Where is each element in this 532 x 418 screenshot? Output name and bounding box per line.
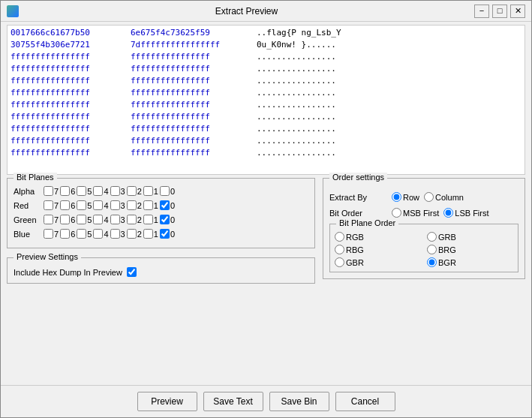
alpha-cb-5[interactable]	[77, 186, 86, 196]
extract-by-group: Row Column	[392, 192, 464, 202]
hex-col2: ffffffffffffffff	[131, 99, 251, 111]
extract-by-col-radio[interactable]	[424, 192, 434, 202]
blue-cb-7[interactable]	[44, 229, 53, 239]
alpha-cb-0[interactable]	[160, 186, 170, 196]
minimize-button[interactable]: −	[474, 5, 489, 18]
brg-option: BRG	[427, 245, 513, 254]
msb-first-option: MSB First	[392, 208, 439, 218]
rbg-radio[interactable]	[335, 245, 344, 254]
bit-planes-label: Bit Planes	[14, 173, 57, 182]
red-cb-5[interactable]	[77, 200, 86, 210]
maximize-button[interactable]: □	[492, 5, 507, 18]
red-row: Red 7 6 5 4 3 2 1 0	[14, 200, 308, 210]
order-settings-group: Order settings Extract By Row Column	[323, 178, 525, 279]
save-text-button[interactable]: Save Text	[203, 392, 263, 411]
blue-cb-6[interactable]	[60, 229, 70, 239]
red-cb-1[interactable]	[143, 200, 153, 210]
title-bar: Extract Preview − □ ✕	[1, 1, 531, 22]
ascii-col: ................	[251, 111, 336, 123]
red-cb-0[interactable]	[160, 200, 170, 210]
hex-col2: ffffffffffffffff	[131, 75, 251, 87]
blue-cb-2[interactable]	[127, 229, 137, 239]
hex-col1: ffffffffffffffff	[11, 75, 131, 87]
ascii-col: ................	[251, 63, 336, 75]
red-cb-2[interactable]	[127, 200, 137, 210]
hex-col1: 30755f4b306e7721	[11, 39, 131, 51]
rgb-radio[interactable]	[335, 232, 344, 242]
blue-label: Blue	[14, 230, 44, 239]
green-cb-5[interactable]	[77, 215, 86, 224]
hex-col2: ffffffffffffffff	[131, 63, 251, 75]
extract-by-label: Extract By	[329, 193, 386, 202]
close-button[interactable]: ✕	[510, 5, 525, 18]
alpha-bit-7: 7	[44, 186, 59, 196]
grb-radio[interactable]	[427, 232, 437, 242]
green-cb-6[interactable]	[60, 215, 70, 224]
hex-col1: 0017666c61677b50	[11, 27, 131, 39]
hex-dump-row: Include Hex Dump In Preview	[14, 267, 308, 277]
alpha-cb-4[interactable]	[93, 186, 103, 196]
alpha-cb-7[interactable]	[44, 186, 53, 196]
lsb-first-radio[interactable]	[443, 208, 453, 218]
alpha-checkboxes: 7 6 5 4 3 2 1 0	[44, 186, 175, 196]
main-window: Extract Preview − □ ✕ 0017666c61677b50 6…	[0, 0, 532, 418]
hex-dump-checkbox[interactable]	[127, 267, 137, 277]
bpo-grid: RGB GRB RBG BRG	[335, 232, 513, 267]
hex-col2: ffffffffffffffff	[131, 111, 251, 123]
cancel-button[interactable]: Cancel	[335, 392, 395, 411]
alpha-cb-6[interactable]	[60, 186, 70, 196]
order-settings-label: Order settings	[329, 173, 387, 182]
msb-first-radio[interactable]	[392, 208, 401, 218]
preview-button[interactable]: Preview	[137, 392, 197, 411]
left-panel: Bit Planes Alpha 7 6 5 4 3 2 1 0	[7, 178, 315, 385]
blue-row: Blue 7 6 5 4 3 2 1 0	[14, 229, 308, 239]
green-cb-3[interactable]	[110, 215, 120, 224]
brg-radio[interactable]	[427, 245, 437, 254]
extract-by-row-radio[interactable]	[392, 192, 401, 202]
alpha-cb-3[interactable]	[110, 186, 120, 196]
gbr-radio[interactable]	[335, 257, 344, 267]
bit-planes-group: Bit Planes Alpha 7 6 5 4 3 2 1 0	[7, 178, 315, 248]
alpha-bit-1: 1	[143, 186, 158, 196]
hex-col2: ffffffffffffffff	[131, 147, 251, 159]
alpha-label: Alpha	[14, 187, 44, 196]
alpha-cb-1[interactable]	[143, 186, 153, 196]
preview-row: ffffffffffffffff ffffffffffffffff ......…	[11, 123, 521, 135]
red-cb-7[interactable]	[44, 200, 53, 210]
alpha-bit-0: 0	[160, 186, 175, 196]
footer: Preview Save Text Save Bin Cancel	[1, 385, 531, 417]
blue-cb-4[interactable]	[93, 229, 103, 239]
hex-col2: 7dffffffffffffffff	[131, 39, 251, 51]
alpha-cb-2[interactable]	[127, 186, 137, 196]
save-bin-button[interactable]: Save Bin	[269, 392, 329, 411]
blue-cb-5[interactable]	[77, 229, 86, 239]
red-cb-4[interactable]	[93, 200, 103, 210]
bit-order-row: Bit Order MSB First LSB First	[329, 208, 518, 218]
ascii-col: ................	[251, 147, 336, 159]
green-cb-7[interactable]	[44, 215, 53, 224]
red-cb-6[interactable]	[60, 200, 70, 210]
green-label: Green	[14, 215, 44, 224]
ascii-col: ................	[251, 51, 336, 63]
blue-cb-0[interactable]	[160, 229, 170, 239]
green-cb-2[interactable]	[127, 215, 137, 224]
hex-dump-label: Include Hex Dump In Preview	[14, 268, 122, 277]
hex-col1: ffffffffffffffff	[11, 147, 131, 159]
title-bar-left	[7, 5, 19, 17]
green-cb-0[interactable]	[160, 215, 170, 224]
green-cb-1[interactable]	[143, 215, 153, 224]
lsb-first-option: LSB First	[443, 208, 488, 218]
green-cb-4[interactable]	[93, 215, 103, 224]
bgr-radio[interactable]	[427, 257, 437, 267]
ascii-col: ..flag{P ng_Lsb_Y	[251, 27, 341, 39]
blue-checkboxes: 7 6 5 4 3 2 1 0	[44, 229, 175, 239]
green-checkboxes: 7 6 5 4 3 2 1 0	[44, 215, 175, 224]
hex-col1: ffffffffffffffff	[11, 135, 131, 147]
blue-cb-1[interactable]	[143, 229, 153, 239]
blue-cb-3[interactable]	[110, 229, 120, 239]
ascii-col: ................	[251, 87, 336, 99]
preview-row: 30755f4b306e7721 7dffffffffffffffff 0u_K…	[11, 39, 521, 51]
bit-plane-order-group: Bit Plane Order RGB GRB RBG	[329, 224, 518, 272]
red-cb-3[interactable]	[110, 200, 120, 210]
window-title: Extract Preview	[19, 6, 474, 17]
